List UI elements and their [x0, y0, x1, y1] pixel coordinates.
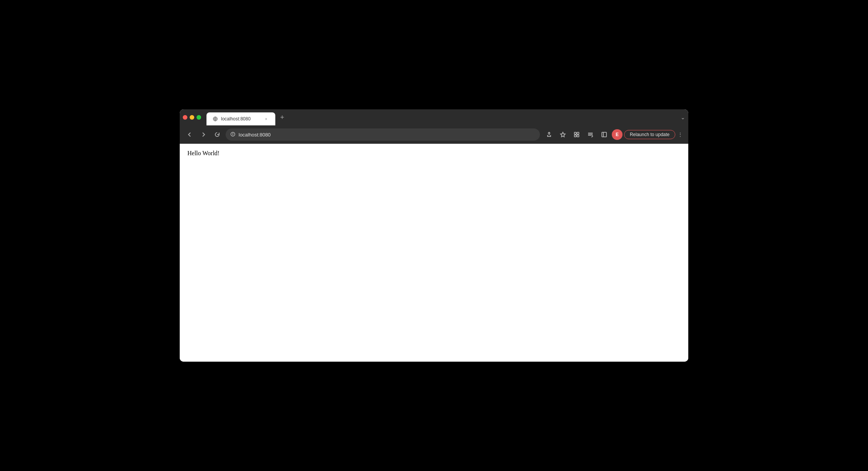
hello-world-text: Hello World! — [187, 150, 219, 156]
browser-window: localhost:8080 × + ⌄ — [180, 109, 688, 362]
bookmark-button[interactable] — [557, 128, 569, 141]
profile-button[interactable]: E — [612, 129, 623, 140]
tab-bar: localhost:8080 × + ⌄ — [180, 109, 688, 125]
back-button[interactable] — [184, 129, 195, 140]
svg-rect-7 — [577, 132, 579, 134]
svg-rect-13 — [602, 132, 606, 137]
traffic-lights — [183, 115, 201, 123]
address-info-icon — [230, 132, 236, 138]
extensions-button[interactable] — [571, 128, 583, 141]
minimize-window-button[interactable] — [190, 115, 194, 120]
address-text: localhost:8080 — [239, 132, 535, 138]
toolbar-actions: E Relaunch to update ⋮ — [543, 128, 684, 141]
active-tab[interactable]: localhost:8080 × — [206, 112, 275, 125]
reload-button[interactable] — [212, 129, 223, 140]
maximize-window-button[interactable] — [197, 115, 201, 120]
new-tab-button[interactable]: + — [277, 114, 288, 124]
close-window-button[interactable] — [183, 115, 187, 120]
sidebar-button[interactable] — [598, 128, 610, 141]
svg-rect-9 — [577, 135, 579, 137]
toolbar: localhost:8080 — [180, 125, 688, 144]
svg-marker-5 — [561, 132, 565, 137]
tab-title: localhost:8080 — [221, 116, 260, 122]
forward-button[interactable] — [198, 129, 209, 140]
relaunch-button[interactable]: Relaunch to update — [624, 130, 675, 139]
tab-dropdown-button[interactable]: ⌄ — [681, 114, 685, 123]
relaunch-menu-button[interactable]: ⋮ — [677, 132, 684, 138]
page-content: Hello World! — [180, 144, 688, 362]
relaunch-label: Relaunch to update — [630, 132, 670, 137]
svg-point-4 — [233, 133, 233, 133]
share-button[interactable] — [543, 128, 555, 141]
svg-rect-8 — [574, 135, 576, 137]
tab-close-button[interactable]: × — [263, 116, 269, 122]
address-bar[interactable]: localhost:8080 — [226, 128, 540, 141]
tab-favicon-icon — [213, 116, 218, 122]
reading-list-button[interactable] — [584, 128, 597, 141]
svg-rect-6 — [574, 132, 576, 134]
